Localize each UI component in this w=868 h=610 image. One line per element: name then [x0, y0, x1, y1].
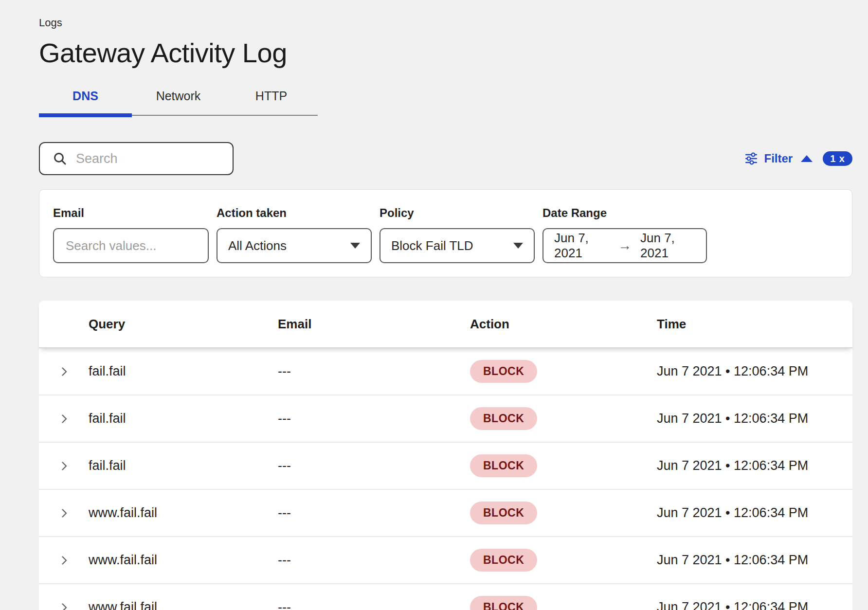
- filter-toggle-button[interactable]: Filter: [764, 152, 793, 165]
- table-row[interactable]: fail.fail --- BLOCK Jun 7 2021 • 12:06:3…: [39, 443, 852, 490]
- date-range-picker[interactable]: Jun 7, 2021 → Jun 7, 2021: [542, 228, 707, 263]
- policy-select[interactable]: Block Fail TLD: [380, 228, 535, 263]
- email-filter-field: Email: [53, 206, 209, 263]
- email-cell: ---: [278, 364, 470, 379]
- tab-dns[interactable]: DNS: [39, 82, 132, 115]
- email-filter-input[interactable]: [65, 238, 197, 254]
- email-cell: ---: [278, 505, 470, 520]
- chevron-right-icon[interactable]: [58, 555, 70, 566]
- column-header-query: Query: [89, 317, 278, 332]
- filter-controls: Filter 1 x: [745, 151, 853, 166]
- email-cell: ---: [278, 458, 470, 473]
- active-tab-indicator: [39, 113, 132, 117]
- email-cell: ---: [278, 411, 470, 426]
- time-cell: Jun 7 2021 • 12:06:34 PM: [657, 553, 852, 568]
- query-cell: www.fail.fail: [89, 553, 278, 568]
- action-badge: BLOCK: [470, 596, 537, 610]
- table-row[interactable]: fail.fail --- BLOCK Jun 7 2021 • 12:06:3…: [39, 348, 852, 395]
- tab-http[interactable]: HTTP: [225, 82, 318, 115]
- action-taken-select[interactable]: All Actions: [217, 228, 372, 263]
- column-header-action: Action: [470, 317, 657, 332]
- action-badge: BLOCK: [470, 502, 537, 524]
- action-badge: BLOCK: [470, 454, 537, 477]
- action-badge: BLOCK: [470, 549, 537, 572]
- search-input[interactable]: [75, 151, 224, 167]
- table-header-row: Query Email Action Time: [39, 301, 852, 348]
- chevron-right-icon[interactable]: [58, 602, 70, 610]
- caret-down-icon: [350, 243, 360, 249]
- time-cell: Jun 7 2021 • 12:06:34 PM: [657, 458, 852, 473]
- chevron-right-icon[interactable]: [58, 413, 70, 425]
- chevron-right-icon[interactable]: [58, 366, 70, 377]
- breadcrumb: Logs: [39, 0, 852, 29]
- tab-bar: DNS Network HTTP: [39, 82, 318, 116]
- query-cell: fail.fail: [89, 411, 278, 426]
- caret-up-icon[interactable]: [801, 155, 813, 162]
- activity-log-table: Query Email Action Time fail.fail --- BL…: [39, 301, 852, 610]
- action-taken-field: Action taken All Actions: [217, 206, 372, 263]
- tab-network[interactable]: Network: [132, 82, 225, 115]
- start-date[interactable]: Jun 7, 2021: [554, 231, 609, 261]
- time-cell: Jun 7 2021 • 12:06:34 PM: [657, 505, 852, 520]
- table-row[interactable]: www.fail.fail --- BLOCK Jun 7 2021 • 12:…: [39, 537, 852, 584]
- policy-value: Block Fail TLD: [391, 238, 473, 253]
- search-icon: [53, 151, 67, 166]
- chevron-right-icon[interactable]: [58, 460, 70, 472]
- filter-sliders-icon: [745, 152, 757, 165]
- email-filter-label: Email: [53, 206, 209, 220]
- caret-down-icon: [513, 243, 523, 249]
- table-row[interactable]: www.fail.fail --- BLOCK Jun 7 2021 • 12:…: [39, 490, 852, 537]
- date-range-field: Date Range Jun 7, 2021 → Jun 7, 2021: [542, 206, 707, 263]
- filter-count-badge[interactable]: 1 x: [823, 151, 852, 166]
- toolbar: Filter 1 x: [39, 142, 852, 175]
- action-taken-value: All Actions: [228, 238, 287, 253]
- email-cell: ---: [278, 600, 470, 610]
- time-cell: Jun 7 2021 • 12:06:34 PM: [657, 600, 852, 610]
- end-date[interactable]: Jun 7, 2021: [640, 231, 695, 261]
- email-cell: ---: [278, 553, 470, 568]
- arrow-right-icon: →: [618, 238, 632, 253]
- query-cell: fail.fail: [89, 458, 278, 473]
- table-row[interactable]: www.fail.fail --- BLOCK Jun 7 2021 • 12:…: [39, 584, 852, 610]
- policy-field: Policy Block Fail TLD: [380, 206, 535, 263]
- chevron-right-icon[interactable]: [58, 507, 70, 519]
- date-range-label: Date Range: [542, 206, 707, 220]
- action-taken-label: Action taken: [217, 206, 372, 220]
- table-body: fail.fail --- BLOCK Jun 7 2021 • 12:06:3…: [39, 348, 852, 610]
- action-badge: BLOCK: [470, 407, 537, 430]
- page-title: Gateway Activity Log: [39, 37, 852, 69]
- gateway-activity-log-page: Logs Gateway Activity Log DNS Network HT…: [0, 0, 868, 610]
- time-cell: Jun 7 2021 • 12:06:34 PM: [657, 411, 852, 426]
- query-cell: fail.fail: [89, 364, 278, 379]
- filter-panel: Email Action taken All Actions Policy Bl…: [39, 189, 852, 277]
- query-cell: www.fail.fail: [89, 505, 278, 520]
- column-header-time: Time: [657, 317, 852, 332]
- search-box[interactable]: [39, 142, 234, 175]
- query-cell: www.fail.fail: [89, 600, 278, 610]
- action-badge: BLOCK: [470, 360, 537, 383]
- policy-label: Policy: [380, 206, 535, 220]
- column-header-email: Email: [278, 317, 470, 332]
- time-cell: Jun 7 2021 • 12:06:34 PM: [657, 364, 852, 379]
- table-row[interactable]: fail.fail --- BLOCK Jun 7 2021 • 12:06:3…: [39, 395, 852, 443]
